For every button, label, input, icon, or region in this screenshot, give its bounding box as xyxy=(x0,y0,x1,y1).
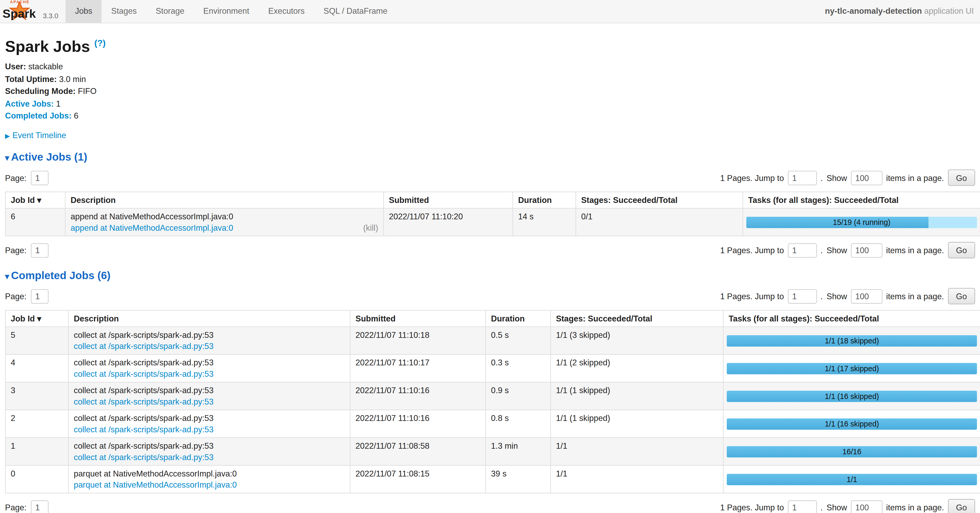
tab-sql-dataframe[interactable]: SQL / DataFrame xyxy=(314,0,397,23)
header-tasks[interactable]: Tasks (for all stages): Succeeded/Total xyxy=(723,311,980,327)
page-number-input[interactable] xyxy=(31,171,49,185)
tab-executors[interactable]: Executors xyxy=(259,0,314,23)
pagination-completed-bottom: Page: 1 Pages. Jump to . Show items in a… xyxy=(5,499,975,513)
tab-environment[interactable]: Environment xyxy=(194,0,259,23)
table-row: 4 collect at /spark-scripts/spark-ad.py:… xyxy=(5,354,980,382)
kill-link[interactable]: (kill) xyxy=(363,223,378,233)
completed-jobs-line: Completed Jobs: 6 xyxy=(5,111,975,121)
section-completed-jobs[interactable]: ▾Completed Jobs (6) xyxy=(5,270,975,283)
completed-jobs-link[interactable]: Completed Jobs: xyxy=(5,111,72,121)
tasks-progress-label: 1/1 (16 skipped) xyxy=(727,418,977,430)
tasks-progress-bar: 16/16 xyxy=(727,446,977,457)
header-duration[interactable]: Duration xyxy=(513,192,576,208)
header-tasks[interactable]: Tasks (for all stages): Succeeded/Total xyxy=(743,192,980,208)
job-description: collect at /spark-scripts/spark-ad.py:53 xyxy=(74,413,345,423)
submitted-cell: 2022/11/07 11:10:18 xyxy=(350,327,486,355)
job-description-link[interactable]: collect at /spark-scripts/spark-ad.py:53 xyxy=(74,342,213,351)
header-job-id[interactable]: Job Id ▾ xyxy=(5,192,65,208)
jump-to-page-input[interactable] xyxy=(788,243,817,258)
table-row: 0 parquet at NativeMethodAccessorImpl.ja… xyxy=(5,465,980,494)
tasks-cell: 1/1 (16 skipped) xyxy=(723,410,980,438)
header-stages[interactable]: Stages: Succeeded/Total xyxy=(550,311,723,327)
go-button[interactable]: Go xyxy=(948,170,975,186)
page-number-input[interactable] xyxy=(31,500,49,513)
job-description-link[interactable]: collect at /spark-scripts/spark-ad.py:53 xyxy=(74,453,213,462)
job-description-link[interactable]: parquet at NativeMethodAccessorImpl.java… xyxy=(74,480,237,490)
header-duration[interactable]: Duration xyxy=(486,311,550,327)
active-jobs-line: Active Jobs: 1 xyxy=(5,99,975,108)
header-description[interactable]: Description xyxy=(65,192,384,208)
duration-cell: 39 s xyxy=(486,465,550,494)
active-jobs-link[interactable]: Active Jobs: xyxy=(5,99,54,108)
duration-cell: 0.9 s xyxy=(486,382,550,410)
jump-to-page-input[interactable] xyxy=(788,289,817,304)
tab-storage[interactable]: Storage xyxy=(146,0,194,23)
table-row: 5 collect at /spark-scripts/spark-ad.py:… xyxy=(5,327,980,355)
job-description-link[interactable]: append at NativeMethodAccessorImpl.java:… xyxy=(71,223,233,233)
expand-arrow-icon: ▶ xyxy=(5,133,10,140)
spark-brand-name: Spark xyxy=(3,7,36,21)
header-description[interactable]: Description xyxy=(68,311,350,327)
job-description: append at NativeMethodAccessorImpl.java:… xyxy=(71,212,378,221)
jump-to-page-input[interactable] xyxy=(788,171,817,185)
go-button[interactable]: Go xyxy=(948,242,975,259)
tasks-cell: 1/1 (17 skipped) xyxy=(723,354,980,382)
submitted-cell: 2022/11/07 11:10:17 xyxy=(350,354,486,382)
page-number-input[interactable] xyxy=(31,289,49,304)
tasks-progress-label: 15/19 (4 running) xyxy=(746,217,977,228)
collapse-arrow-icon: ▾ xyxy=(5,154,9,163)
pagination-active-bottom: Page: 1 Pages. Jump to . Show items in a… xyxy=(5,242,975,259)
job-description: collect at /spark-scripts/spark-ad.py:53 xyxy=(74,330,345,340)
tasks-progress-bar: 1/1 (18 skipped) xyxy=(727,335,977,346)
job-id-cell: 2 xyxy=(5,410,68,438)
table-row: 1 collect at /spark-scripts/spark-ad.py:… xyxy=(5,438,980,465)
job-description: parquet at NativeMethodAccessorImpl.java… xyxy=(74,469,345,479)
tab-jobs[interactable]: Jobs xyxy=(66,0,102,23)
stages-cell: 0/1 xyxy=(576,208,743,236)
job-id-cell: 5 xyxy=(5,327,68,355)
scheduling-mode-line: Scheduling Mode: FIFO xyxy=(5,87,975,96)
application-name: ny-tlc-anomaly-detection xyxy=(825,6,922,16)
section-active-jobs[interactable]: ▾Active Jobs (1) xyxy=(5,151,975,164)
tab-stages[interactable]: Stages xyxy=(102,0,146,23)
header-job-id[interactable]: Job Id ▾ xyxy=(5,311,68,327)
spark-logo: APACHE Spark 3.3.0 xyxy=(0,0,66,23)
jump-to-page-input[interactable] xyxy=(788,500,817,513)
stages-cell: 1/1 (3 skipped) xyxy=(550,327,723,355)
tasks-cell: 1/1 xyxy=(723,465,980,494)
items-per-page-input[interactable] xyxy=(851,500,882,513)
items-per-page-input[interactable] xyxy=(851,243,882,258)
job-id-cell: 3 xyxy=(5,382,68,410)
items-per-page-input[interactable] xyxy=(851,289,882,304)
active-jobs-table: Job Id ▾ Description Submitted Duration … xyxy=(5,192,980,237)
items-per-page-input[interactable] xyxy=(851,171,882,185)
header-submitted[interactable]: Submitted xyxy=(350,311,486,327)
description-cell: append at NativeMethodAccessorImpl.java:… xyxy=(65,208,384,236)
top-navbar: APACHE Spark 3.3.0 Jobs Stages Storage E… xyxy=(0,0,980,23)
stages-cell: 1/1 (2 skipped) xyxy=(550,354,723,382)
go-button[interactable]: Go xyxy=(948,288,975,305)
stages-cell: 1/1 xyxy=(550,465,723,494)
table-row: 6 append at NativeMethodAccessorImpl.jav… xyxy=(5,208,980,236)
application-title: ny-tlc-anomaly-detection application UI xyxy=(825,0,980,23)
job-id-cell: 6 xyxy=(5,208,65,236)
header-stages[interactable]: Stages: Succeeded/Total xyxy=(576,192,743,208)
duration-cell: 14 s xyxy=(513,208,576,236)
stages-cell: 1/1 (1 skipped) xyxy=(550,382,723,410)
job-description-link[interactable]: collect at /spark-scripts/spark-ad.py:53 xyxy=(74,425,213,434)
tasks-cell: 1/1 (18 skipped) xyxy=(723,327,980,355)
submitted-cell: 2022/11/07 11:08:15 xyxy=(350,465,486,494)
job-id-cell: 0 xyxy=(5,465,68,494)
go-button[interactable]: Go xyxy=(948,499,975,513)
job-description-link[interactable]: collect at /spark-scripts/spark-ad.py:53 xyxy=(74,369,213,379)
tasks-progress-bar: 1/1 (16 skipped) xyxy=(727,391,977,402)
page-number-input[interactable] xyxy=(31,243,49,258)
help-link[interactable]: (?) xyxy=(94,38,106,48)
user-line: User: stackable xyxy=(5,62,975,71)
header-submitted[interactable]: Submitted xyxy=(383,192,512,208)
submitted-cell: 2022/11/07 11:10:16 xyxy=(350,410,486,438)
pagination-completed-top: Page: 1 Pages. Jump to . Show items in a… xyxy=(5,288,975,305)
completed-jobs-table: Job Id ▾ Description Submitted Duration … xyxy=(5,310,980,494)
event-timeline-toggle[interactable]: ▶Event Timeline xyxy=(5,131,975,140)
job-description-link[interactable]: collect at /spark-scripts/spark-ad.py:53 xyxy=(74,397,213,407)
